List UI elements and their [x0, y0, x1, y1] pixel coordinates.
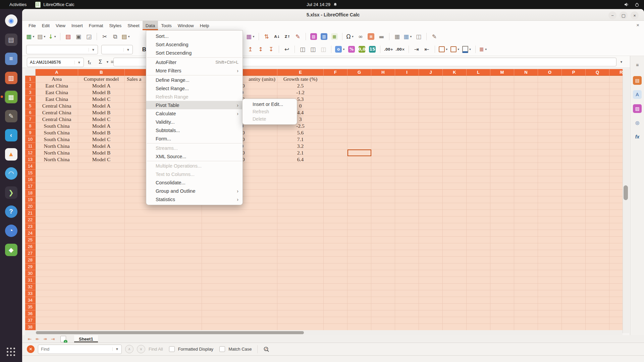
menu-item-define-range[interactable]: Define Range... [146, 76, 243, 84]
align-bottom-icon[interactable]: ↧ [267, 45, 275, 54]
cell-M31[interactable] [490, 277, 514, 284]
cell-M19[interactable] [490, 196, 514, 203]
cell-H2[interactable] [371, 82, 395, 89]
cell-H30[interactable] [371, 270, 395, 277]
cell-K27[interactable] [443, 250, 467, 257]
cell-J28[interactable] [419, 257, 443, 263]
cell-N11[interactable] [514, 143, 538, 149]
cell-E21[interactable] [277, 210, 324, 217]
cell-F35[interactable] [324, 304, 347, 310]
cell-F30[interactable] [324, 270, 347, 277]
cell-Q21[interactable] [586, 210, 609, 217]
cell-L9[interactable] [467, 129, 490, 136]
cell-A25[interactable] [36, 237, 78, 243]
cell-G6[interactable] [347, 109, 371, 116]
cell-M2[interactable] [490, 82, 514, 89]
cell-C25[interactable] [125, 237, 202, 243]
cell-N35[interactable] [514, 304, 538, 310]
menu-item-sort[interactable]: Sort... [146, 32, 243, 40]
cell-I9[interactable] [395, 129, 419, 136]
row-header-20[interactable]: 20 [25, 203, 36, 210]
column-header-O[interactable]: O [538, 69, 562, 76]
column-header-J[interactable]: J [419, 69, 443, 76]
cell-I4[interactable] [395, 96, 419, 103]
cell-H19[interactable] [371, 196, 395, 203]
cell-I7[interactable] [395, 116, 419, 123]
cell-R8[interactable] [609, 123, 623, 129]
cell-R19[interactable] [609, 196, 623, 203]
cell-Q25[interactable] [586, 237, 609, 243]
cell-I37[interactable] [395, 317, 419, 324]
row-header-28[interactable]: 28 [25, 257, 36, 263]
menu-window[interactable]: Window [175, 21, 197, 30]
cell-B6[interactable]: Model B [78, 109, 125, 116]
row-header-2[interactable]: 2 [25, 82, 36, 89]
row-header-38[interactable]: 38 [25, 324, 36, 330]
row-header-17[interactable]: 17 [25, 183, 36, 190]
cell-H11[interactable] [371, 143, 395, 149]
cell-P25[interactable] [562, 237, 586, 243]
cell-J32[interactable] [419, 284, 443, 290]
cell-I3[interactable] [395, 89, 419, 96]
cell-B20[interactable] [78, 203, 125, 210]
cell-I30[interactable] [395, 270, 419, 277]
cell-G21[interactable] [347, 210, 371, 217]
cell-K24[interactable] [443, 230, 467, 237]
split-window-icon[interactable]: ◫ [415, 32, 423, 41]
find-previous-button[interactable]: ∧ [125, 345, 133, 353]
cell-F22[interactable] [324, 217, 347, 223]
cell-C34[interactable] [125, 297, 202, 304]
cell-O23[interactable] [538, 223, 562, 230]
cell-B11[interactable]: Model A [78, 143, 125, 149]
cell-Q1[interactable] [586, 76, 609, 82]
cell-Q26[interactable] [586, 243, 609, 250]
cell-L11[interactable] [467, 143, 490, 149]
find-all-button[interactable]: Find All [149, 347, 163, 352]
cell-H34[interactable] [371, 297, 395, 304]
sidebar-settings-icon[interactable]: ≡ [633, 61, 642, 69]
expand-formula-bar-icon[interactable]: ▼ [620, 58, 623, 66]
spreadsheet-grid[interactable]: ABCDEFGHIJKLMNOPQR1AreaComputer modelSal… [25, 69, 623, 333]
row-header-23[interactable]: 23 [25, 223, 36, 230]
cell-E38[interactable] [277, 324, 324, 330]
cell-M1[interactable] [490, 76, 514, 82]
cell-R3[interactable] [609, 89, 623, 96]
cell-J34[interactable] [419, 297, 443, 304]
chevron-down-icon[interactable]: ▼ [123, 48, 132, 52]
cell-P33[interactable] [562, 290, 586, 297]
cell-K9[interactable] [443, 129, 467, 136]
cell-G15[interactable] [347, 170, 371, 176]
cell-G19[interactable] [347, 196, 371, 203]
cell-N10[interactable] [514, 136, 538, 143]
cell-C23[interactable] [125, 223, 202, 230]
cell-N4[interactable] [514, 96, 538, 103]
menu-item-sort-ascending[interactable]: Sort Ascending [146, 40, 243, 49]
cell-Q31[interactable] [586, 277, 609, 284]
cell-I28[interactable] [395, 257, 419, 263]
cell-G10[interactable] [347, 136, 371, 143]
cell-A14[interactable] [36, 163, 78, 170]
cell-A28[interactable] [36, 257, 78, 263]
cell-G37[interactable] [347, 317, 371, 324]
cell-B8[interactable]: Model A [78, 123, 125, 129]
cell-F2[interactable] [324, 82, 347, 89]
cell-B35[interactable] [78, 304, 125, 310]
cell-M38[interactable] [490, 324, 514, 330]
cell-F32[interactable] [324, 284, 347, 290]
cell-C27[interactable] [125, 250, 202, 257]
cell-B28[interactable] [78, 257, 125, 263]
cell-P20[interactable] [562, 203, 586, 210]
sheet-tab-sheet1[interactable]: Sheet1 [74, 335, 98, 343]
cell-H36[interactable] [371, 310, 395, 317]
cell-N20[interactable] [514, 203, 538, 210]
cell-H32[interactable] [371, 284, 395, 290]
cell-M37[interactable] [490, 317, 514, 324]
cell-E23[interactable] [277, 223, 324, 230]
cell-D30[interactable] [202, 270, 277, 277]
cell-K8[interactable] [443, 123, 467, 129]
cell-P3[interactable] [562, 89, 586, 96]
cell-B30[interactable] [78, 270, 125, 277]
window-titlebar[interactable]: 5.xlsx - LibreOffice Calc [22, 9, 644, 21]
cell-R30[interactable] [609, 270, 623, 277]
chevron-down-icon[interactable]: ▼ [89, 48, 98, 52]
